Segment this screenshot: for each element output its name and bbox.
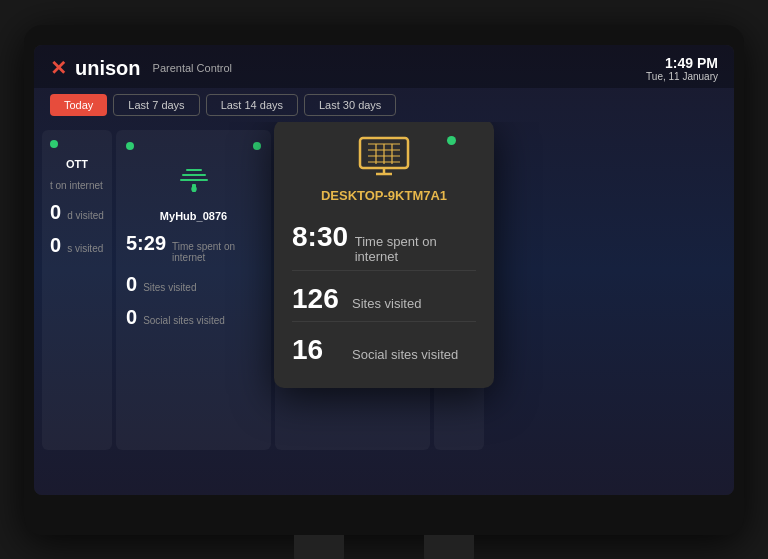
desktop-sites-val: 126 <box>292 283 342 315</box>
svg-rect-2 <box>186 169 202 171</box>
logo-name: unison <box>75 57 141 80</box>
tab-14days[interactable]: Last 14 days <box>206 94 298 116</box>
tv-leg-right <box>424 535 474 560</box>
myhub-icon-wrap <box>126 164 261 196</box>
partial-left-stat1: t on internet <box>50 180 104 191</box>
tab-30days[interactable]: Last 30 days <box>304 94 396 116</box>
svg-rect-0 <box>182 174 206 176</box>
partial-left-lbl3: s visited <box>67 243 103 254</box>
screen-content: ✕ unison Parental Control 1:49 PM Tue, 1… <box>34 45 734 495</box>
myhub-name: MyHub_0876 <box>126 210 261 222</box>
partial-left-val3: 0 <box>50 234 61 257</box>
myhub-sites-lbl: Sites visited <box>143 282 196 293</box>
myhub-time-lbl: Time spent on internet <box>172 241 261 263</box>
device-card-desktop-popup[interactable]: DESKTOP-9KTM7A1 8:30 Time spent on inter… <box>274 122 494 388</box>
partial-left-lbl2: d visited <box>67 210 104 221</box>
header: ✕ unison Parental Control 1:49 PM Tue, 1… <box>34 45 734 88</box>
clock-date: Tue, 11 January <box>646 71 718 82</box>
myhub-social-val: 0 <box>126 306 137 329</box>
myhub-social-lbl: Social sites visited <box>143 315 225 326</box>
desktop-sites-stat: 126 Sites visited <box>292 277 476 322</box>
myhub-dot-right <box>253 142 261 150</box>
clock-time: 1:49 PM <box>646 55 718 71</box>
partial-left-label1: t on internet <box>50 180 103 191</box>
partial-left-name: OTT <box>50 158 104 170</box>
desktop-time-lbl: Time spent on internet <box>355 234 476 264</box>
desktop-sites-lbl: Sites visited <box>352 296 421 311</box>
logo-area: ✕ unison Parental Control <box>50 56 232 80</box>
myhub-time-val: 5:29 <box>126 232 166 255</box>
logo-x-icon: ✕ <box>50 56 67 80</box>
tab-today[interactable]: Today <box>50 94 107 116</box>
popup-icon-row <box>292 136 476 178</box>
desktop-social-lbl: Social sites visited <box>352 347 458 362</box>
myhub-dot-left <box>126 142 134 150</box>
desktop-social-val: 16 <box>292 334 342 366</box>
monitor-icon <box>358 136 410 178</box>
filter-tabs: Today Last 7 days Last 14 days Last 30 d… <box>34 88 734 122</box>
cards-row: OTT t on internet 0 d visited 0 s visite… <box>34 130 734 474</box>
partial-left-stat3: 0 s visited <box>50 234 104 257</box>
myhub-social-stat: 0 Social sites visited <box>126 306 261 329</box>
desktop-status-dot <box>447 136 456 145</box>
desktop-time-stat: 8:30 Time spent on internet <box>292 215 476 271</box>
myhub-sites-stat: 0 Sites visited <box>126 273 261 296</box>
status-dot-left <box>50 140 58 148</box>
svg-rect-1 <box>180 179 208 181</box>
tv-frame: ✕ unison Parental Control 1:49 PM Tue, 1… <box>24 25 744 535</box>
tv-stand <box>294 525 474 560</box>
tab-7days[interactable]: Last 7 days <box>113 94 199 116</box>
myhub-time-stat: 5:29 Time spent on internet <box>126 232 261 263</box>
partial-left-val2: 0 <box>50 201 61 224</box>
device-card-partial-left[interactable]: OTT t on internet 0 d visited 0 s visite… <box>42 130 112 450</box>
clock-area: 1:49 PM Tue, 11 January <box>646 55 718 82</box>
desktop-time-val: 8:30 <box>292 221 345 253</box>
logo-subtitle: Parental Control <box>153 62 233 74</box>
desktop-social-stat: 16 Social sites visited <box>292 328 476 372</box>
myhub-sites-val: 0 <box>126 273 137 296</box>
partial-left-stat2: 0 d visited <box>50 201 104 224</box>
desktop-device-name: DESKTOP-9KTM7A1 <box>292 188 476 203</box>
tv-leg-left <box>294 535 344 560</box>
tv-screen: ✕ unison Parental Control 1:49 PM Tue, 1… <box>34 45 734 495</box>
cards-area: OTT t on internet 0 d visited 0 s visite… <box>34 122 734 482</box>
device-card-myhub[interactable]: MyHub_0876 5:29 Time spent on internet 0… <box>116 130 271 450</box>
hub-icon <box>178 164 210 196</box>
